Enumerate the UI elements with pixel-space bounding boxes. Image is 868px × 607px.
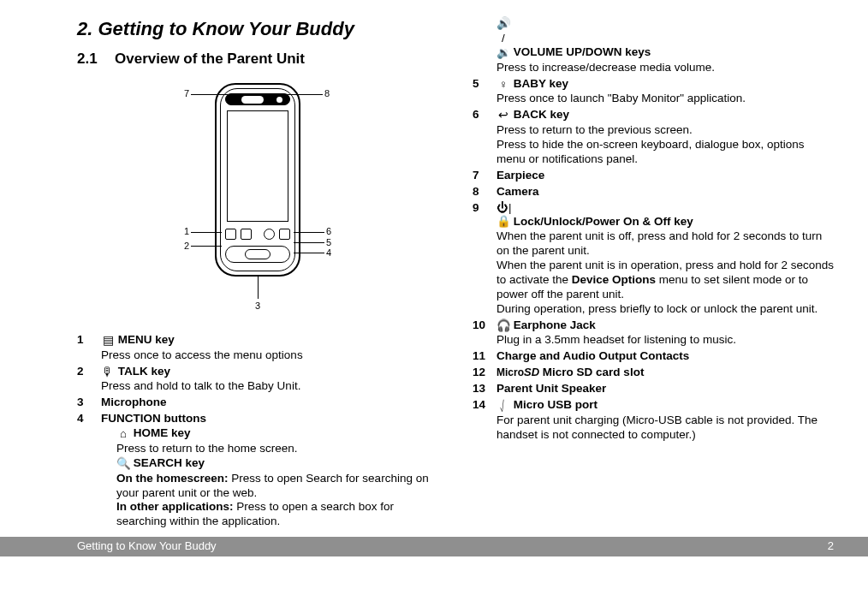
inline-icon: ⎷ (496, 399, 510, 414)
legend-item: 4FUNCTION buttons⌂ HOME keyPress to retu… (77, 412, 438, 529)
legend-item: 3Microphone (77, 396, 438, 410)
callout-4: 4 (326, 247, 331, 259)
legend-label: FUNCTION buttons (101, 412, 206, 425)
legend-desc: Press once to access the menu options (101, 348, 438, 363)
legend-right: 🔊 / 🔉 VOLUME UP/DOWN keysPress to increa… (473, 17, 834, 443)
legend-desc: For parent unit charging (Micro-USB cabl… (496, 414, 834, 443)
legend-item: 🔊 / 🔉 VOLUME UP/DOWN keysPress to increa… (473, 17, 834, 75)
legend-label: BACK key (514, 108, 569, 121)
sub-desc: Press to return to the home screen. (116, 442, 438, 456)
footer-title: Getting to Know Your Buddy (77, 539, 217, 553)
legend-label: Micro USB port (514, 398, 597, 411)
legend-label: TALK key (118, 365, 170, 378)
legend-desc: Press to return to the previous screen. (496, 123, 834, 138)
sub-desc: In other applications: Press to open a s… (116, 500, 438, 529)
callout-6: 6 (326, 226, 331, 238)
inline-icon: ⏻|🔒 (496, 201, 510, 230)
legend-number: 7 (473, 169, 496, 183)
legend-item: 10🎧 Earphone JackPlug in a 3.5mm headset… (473, 318, 834, 348)
legend-label: Camera (496, 185, 539, 198)
legend-item: 9⏻|🔒 Lock/Unlock/Power On & Off keyWhen … (473, 201, 834, 317)
legend-label: BABY key (514, 77, 568, 90)
legend-label: Microphone (101, 396, 167, 408)
sub-label: HOME key (134, 426, 191, 439)
callout-7: 7 (184, 88, 189, 100)
legend-item: 8Camera (473, 185, 834, 199)
legend-label: Earpiece (496, 169, 544, 182)
inline-icon: ▤ (101, 334, 115, 348)
inline-icon: 🔍 (116, 457, 130, 472)
legend-label: Lock/Unlock/Power On & Off key (514, 214, 693, 227)
inline-icon: 🎙 (101, 366, 115, 380)
legend-item: 5♀ BABY keyPress once to launch "Baby Mo… (473, 77, 834, 107)
legend-desc: Plug in a 3.5mm headset for listening to… (496, 333, 834, 348)
sub-label: VOLUME UP/DOWN keys (514, 45, 651, 58)
legend-number: 6 (473, 108, 496, 167)
legend-number: 5 (473, 77, 496, 107)
legend-desc: During operation, press briefly to lock … (496, 302, 834, 317)
inline-icon: 🎧 (496, 319, 510, 334)
inline-icon: ⌂ (116, 427, 130, 442)
legend-number: 8 (473, 185, 496, 199)
device-diagram: 7 8 1 2 6 5 4 3 (77, 78, 438, 318)
inline-icon: ♀ (496, 78, 510, 92)
legend-desc: When the parent unit is off, press and h… (496, 229, 834, 259)
legend-item: 2🎙 TALK keyPress and hold to talk to the… (77, 365, 438, 395)
legend-desc: Press and hold to talk to the Baby Unit. (101, 379, 438, 394)
inline-icon: 🔊 / 🔉 (496, 17, 510, 61)
legend-number: 4 (77, 412, 101, 529)
callout-2: 2 (184, 241, 189, 253)
legend-item: 6↩ BACK keyPress to return to the previo… (473, 108, 834, 167)
callout-3: 3 (255, 301, 260, 312)
legend-label: Micro SD card slot (543, 366, 645, 378)
sub-desc: Press to increase/decrease media volume. (496, 61, 834, 75)
legend-desc: Press once to launch "Baby Monitor" appl… (496, 92, 834, 106)
legend-number: 2 (77, 365, 101, 395)
section-title: 2. Getting to Know Your Buddy (77, 17, 438, 41)
legend-number: 1 (77, 333, 101, 363)
legend-item: 12MicroSD Micro SD card slot (473, 366, 834, 380)
legend-desc: Press to hide the on-screen keyboard, di… (496, 138, 834, 167)
legend-number: 9 (473, 201, 496, 317)
sub-label: SEARCH key (134, 456, 205, 469)
legend-desc: When the parent unit is in operation, pr… (496, 259, 834, 302)
legend-number: 13 (473, 382, 496, 396)
legend-label: Charge and Audio Output Contacts (496, 349, 689, 362)
legend-item: 14⎷ Micro USB portFor parent unit chargi… (473, 398, 834, 443)
legend-label: Earphone Jack (514, 318, 596, 331)
microsd-icon: MicroSD (496, 366, 539, 380)
legend-number: 12 (473, 366, 496, 380)
legend-label: Parent Unit Speaker (496, 382, 606, 395)
sub-desc: On the homescreen: Press to open Search … (116, 472, 438, 501)
legend-number: 11 (473, 349, 496, 364)
callout-8: 8 (324, 88, 330, 100)
legend-number: 10 (473, 318, 496, 348)
legend-number: 3 (77, 396, 101, 410)
legend-left: 1▤ MENU keyPress once to access the menu… (77, 333, 438, 529)
legend-item: 7Earpiece (473, 169, 834, 183)
legend-number: 14 (473, 398, 496, 443)
page-footer: Getting to Know Your Buddy 2 (0, 537, 868, 556)
legend-item: 1▤ MENU keyPress once to access the menu… (77, 333, 438, 363)
subsection-title: 2.1Overview of the Parent Unit (77, 50, 438, 68)
legend-item: 11Charge and Audio Output Contacts (473, 349, 834, 364)
page-number: 2 (828, 539, 834, 553)
inline-icon: ↩ (496, 109, 510, 123)
legend-item: 13Parent Unit Speaker (473, 382, 834, 396)
legend-label: MENU key (118, 333, 175, 346)
callout-1: 1 (184, 226, 189, 238)
